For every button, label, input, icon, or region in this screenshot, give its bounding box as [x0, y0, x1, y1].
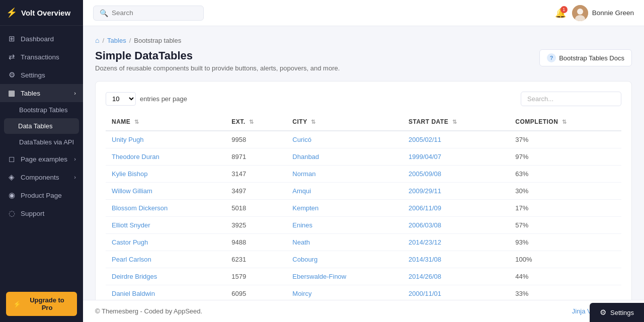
col-city[interactable]: CITY ⇅ — [286, 113, 403, 131]
settings-bar[interactable]: ⚙ Settings — [590, 303, 644, 322]
sidebar: ⚡ Volt Overview ⊞ Dashboard ⇄ Transactio… — [0, 0, 83, 322]
bolt-icon: ⚡ — [6, 7, 17, 18]
cell-city[interactable]: Eberswalde-Finow — [286, 268, 403, 285]
entries-select[interactable]: 10 25 50 100 — [106, 92, 136, 106]
cell-city[interactable]: Moircy — [286, 285, 403, 300]
cell-start-date: 2009/29/11 — [403, 183, 509, 200]
cell-name[interactable]: Theodore Duran — [106, 148, 225, 166]
sidebar-item-label: Tables — [21, 90, 40, 97]
col-name[interactable]: NAME ⇅ — [106, 113, 225, 131]
chevron-right-icon: › — [74, 156, 76, 162]
col-ext[interactable]: EXT. ⇅ — [225, 113, 286, 131]
cell-city[interactable]: Norman — [286, 166, 403, 183]
sidebar-item-datatables-api[interactable]: DataTables via API — [0, 134, 83, 150]
svg-point-1 — [577, 9, 583, 15]
cell-start-date: 2006/11/09 — [403, 200, 509, 217]
sidebar-item-transactions[interactable]: ⇄ Transactions — [0, 48, 83, 66]
sort-icon: ⇅ — [562, 119, 567, 125]
sort-icon: ⇅ — [134, 119, 139, 125]
breadcrumb-tables[interactable]: Tables — [107, 37, 126, 44]
cell-completion: 57% — [509, 217, 621, 234]
col-completion[interactable]: COMPLETION ⇅ — [509, 113, 621, 131]
user-name: Bonnie Green — [592, 9, 634, 17]
sidebar-item-product-page[interactable]: ◉ Product Page — [0, 186, 83, 204]
sidebar-item-data-tables[interactable]: Data Tables — [4, 118, 79, 134]
home-icon[interactable]: ⌂ — [95, 36, 99, 44]
table-row: Deirdre Bridges 1579 Eberswalde-Finow 20… — [106, 268, 621, 285]
cell-start-date: 2014/31/08 — [403, 251, 509, 268]
cell-ext: 8971 — [225, 148, 286, 166]
cell-city[interactable]: Cobourg — [286, 251, 403, 268]
cell-ext: 3497 — [225, 183, 286, 200]
table-row: Castor Pugh 9488 Neath 2014/23/12 93% — [106, 234, 621, 251]
chevron-right-icon: › — [74, 90, 76, 96]
sidebar-item-label: Page examples — [21, 155, 67, 163]
sidebar-item-label: Dashboard — [21, 35, 54, 43]
sidebar-item-label: Settings — [21, 71, 45, 79]
cell-city[interactable]: Amqui — [286, 183, 403, 200]
bolt-icon: ⚡ — [13, 300, 21, 308]
docs-button[interactable]: ? Bootstrap Tables Docs — [539, 49, 632, 66]
entries-wrap: 10 25 50 100 entries per page — [106, 92, 187, 106]
sidebar-item-dashboard[interactable]: ⊞ Dashboard — [0, 30, 83, 48]
sidebar-item-label: Product Page — [21, 192, 62, 199]
cell-name[interactable]: Elliott Snyder — [106, 217, 225, 234]
search-input[interactable] — [112, 9, 192, 17]
cell-name[interactable]: Castor Pugh — [106, 234, 225, 251]
cell-city[interactable]: Dhanbad — [286, 148, 403, 166]
gear-icon: ⚙ — [600, 308, 606, 317]
table-row: Unity Pugh 9958 Curicó 2005/02/11 37% — [106, 131, 621, 148]
sort-icon: ⇅ — [249, 119, 254, 125]
cell-city[interactable]: Neath — [286, 234, 403, 251]
cell-name[interactable]: Pearl Carlson — [106, 251, 225, 268]
search-icon: 🔍 — [100, 9, 108, 17]
cell-ext: 9488 — [225, 234, 286, 251]
chevron-right-icon: › — [74, 174, 76, 180]
table-row: Daniel Baldwin 6095 Moircy 2000/11/01 33… — [106, 285, 621, 300]
entries-label: entries per page — [140, 95, 187, 103]
breadcrumb-sep: / — [102, 37, 104, 44]
sidebar-item-bootstrap-tables[interactable]: Bootstrap Tables — [0, 102, 83, 118]
cell-city[interactable]: Curicó — [286, 131, 403, 148]
dashboard-icon: ⊞ — [7, 34, 16, 43]
cell-name[interactable]: Deirdre Bridges — [106, 268, 225, 285]
transactions-icon: ⇄ — [7, 52, 16, 61]
main-area: 🔍 🔔 1 Bonnie Green — [83, 0, 644, 322]
table-search-input[interactable] — [521, 92, 621, 106]
cell-city[interactable]: Enines — [286, 217, 403, 234]
cell-completion: 97% — [509, 148, 621, 166]
cell-name[interactable]: Blossom Dickerson — [106, 200, 225, 217]
sidebar-item-label: Components — [21, 174, 59, 181]
sidebar-item-components[interactable]: ◈ Components › — [0, 168, 83, 186]
upgrade-button[interactable]: ⚡ Upgrade to Pro — [6, 292, 77, 316]
sidebar-logo[interactable]: ⚡ Volt Overview — [0, 0, 83, 26]
table-row: Willow Gilliam 3497 Amqui 2009/29/11 30% — [106, 183, 621, 200]
cell-name[interactable]: Unity Pugh — [106, 131, 225, 148]
topbar-right: 🔔 1 Bonnie Green — [555, 5, 634, 21]
user-profile[interactable]: Bonnie Green — [572, 5, 634, 21]
sidebar-logo-label: Volt Overview — [21, 9, 70, 17]
content-area: ⌂ / Tables / Bootstrap tables Simple Dat… — [83, 26, 644, 300]
cell-completion: 100% — [509, 251, 621, 268]
table-row: Kylie Bishop 3147 Norman 2005/09/08 63% — [106, 166, 621, 183]
notifications-button[interactable]: 🔔 1 — [555, 8, 566, 19]
sidebar-item-tables[interactable]: ▦ Tables › — [0, 84, 83, 102]
cell-city[interactable]: Kempten — [286, 200, 403, 217]
sidebar-item-support[interactable]: ◌ Support — [0, 204, 83, 222]
sidebar-item-page-examples[interactable]: ◻ Page examples › — [0, 150, 83, 168]
cell-completion: 63% — [509, 166, 621, 183]
breadcrumb: ⌂ / Tables / Bootstrap tables — [95, 36, 632, 44]
cell-name[interactable]: Daniel Baldwin — [106, 285, 225, 300]
table-controls: 10 25 50 100 entries per page — [106, 92, 621, 106]
sidebar-tables-submenu: Bootstrap Tables Data Tables DataTables … — [0, 102, 83, 150]
search-wrap[interactable]: 🔍 — [93, 6, 204, 21]
col-start-date[interactable]: START DATE ⇅ — [403, 113, 509, 131]
page-title: Simple DataTables — [95, 49, 340, 62]
topbar: 🔍 🔔 1 Bonnie Green — [83, 0, 644, 26]
cell-name[interactable]: Kylie Bishop — [106, 166, 225, 183]
cell-start-date: 2005/09/08 — [403, 166, 509, 183]
breadcrumb-sep: / — [129, 37, 131, 44]
sidebar-item-label: Transactions — [21, 53, 59, 61]
sidebar-item-settings[interactable]: ⚙ Settings — [0, 66, 83, 84]
cell-name[interactable]: Willow Gilliam — [106, 183, 225, 200]
